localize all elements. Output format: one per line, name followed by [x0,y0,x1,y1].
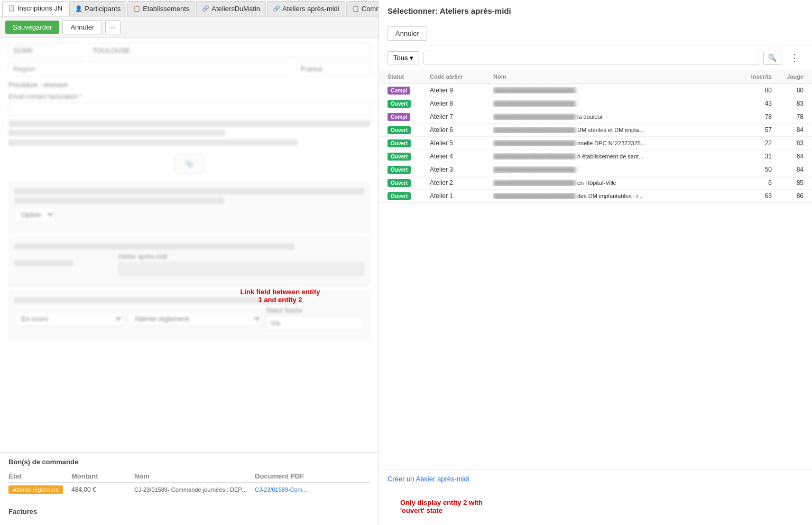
table-row[interactable]: Ouvert Atelier 8 ████████████████████ 43… [379,97,812,110]
attente-reglement-badge: Attente règlement [8,485,63,494]
modal-menu-button[interactable]: ⋮ [786,50,804,65]
tab-inscriptions-label: Inscriptions JN [17,4,62,12]
tab-ateliers-matin-label: AteliersDuMatin [211,5,260,13]
status-cell: Ouvert [387,179,430,186]
region-input[interactable] [8,62,291,76]
email-input[interactable] [8,102,370,116]
bons-commande-section: Bon(s) de commande État Montant Nom Docu… [0,452,379,502]
search-button[interactable]: 🔍 [763,51,781,65]
left-panel: 📋 Inscriptions JN 👤 Participants 📋 Etabl… [0,0,379,525]
nom-cell: ████████████████████ en Hôpital-Ville [493,180,735,186]
atelier-apres-midi-input[interactable] [118,262,364,276]
more-button[interactable]: ··· [105,20,121,34]
table-row[interactable]: Ouvert Atelier 6 ████████████████████ DM… [379,124,812,137]
status-cell: Ouvert [387,139,430,147]
tab-participants[interactable]: 👤 Participants [69,1,126,16]
status-badge: Ouvert [387,139,411,147]
section-atelier: Atelier après-midi [8,238,370,286]
status-cell: Ouvert [387,153,430,160]
table-row[interactable]: Ouvert Atelier 4 ████████████████████ n … [379,150,812,163]
email-label: Email contact facturation * [8,93,370,100]
jauge-cell: 84 [772,166,804,173]
dropdown-general[interactable]: Option [14,207,55,222]
table-row[interactable]: Compl Atelier 9 ████████████████████ 80 … [379,84,812,97]
form-toolbar: Sauvegarder Annuler ··· [0,17,379,38]
inscrits-cell: 57 [735,126,772,134]
code-cell: Atelier 5 [430,139,493,147]
tab-commandes[interactable]: 📋 Commandes [346,1,379,16]
tab-ateliers-apres[interactable]: 🔗 Ateliers après-midi [267,1,345,16]
save-button[interactable]: Sauvegarder [5,21,59,34]
col-statut: Statut [387,73,430,80]
montant-cell: 484,00 € [71,486,129,493]
attente-reglement-select[interactable]: Attente règlement [127,311,262,326]
statut-soiree-input[interactable] [266,316,364,330]
nom-cell: ████████████████████ n établissement de … [493,153,735,160]
code-cell: Atelier 1 [430,192,493,200]
table-row[interactable]: Attente règlement 484,00 € CJ-23/01589- … [8,483,370,496]
status-badge: Ouvert [387,166,411,174]
col-header-document: Document PDF [255,472,370,480]
cancel-button[interactable]: Annuler [62,20,102,34]
table-row[interactable]: Ouvert Atelier 5 ████████████████████ nn… [379,137,812,150]
code-cell: Atelier 4 [430,153,493,160]
table-row[interactable]: Compl Atelier 7 ████████████████████ la … [379,110,812,124]
country-input[interactable] [296,62,370,76]
bons-commande-title: Bon(s) de commande [8,458,370,466]
city-input[interactable] [88,43,370,58]
inscrits-cell: 78 [735,113,772,120]
inscrits-cell: 50 [735,166,772,173]
attachment-button[interactable]: 📎 [174,154,205,174]
modal-search-input[interactable] [423,51,759,65]
ateliers-matin-icon: 🔗 [202,5,209,12]
en-cours-select[interactable]: En cours [14,311,123,326]
create-atelier-link[interactable]: Créer un Atelier après-midi [379,469,812,488]
col-nom: Nom [493,73,735,80]
bons-commande-table-header: État Montant Nom Document PDF [8,470,370,483]
code-cell: Atelier 7 [430,113,493,120]
col-header-nom: Nom [134,472,250,480]
modal-table-body: Compl Atelier 9 ████████████████████ 80 … [379,84,812,469]
jauge-cell: 83 [772,100,804,107]
nom-cell: ████████████████████ nnelle DPC N°223723… [493,140,735,146]
form-area: Procédure : virement Email contact factu… [0,38,379,452]
status-cell: Ouvert [387,126,430,134]
postal-code-input[interactable] [8,43,82,58]
tab-ateliers-matin[interactable]: 🔗 AteliersDuMatin [196,1,266,16]
jauge-cell: 83 [772,139,804,147]
tab-ateliers-apres-label: Ateliers après-midi [282,5,339,13]
status-cell: Ouvert [387,100,430,107]
status-badge: Ouvert [387,100,411,108]
inscrits-cell: 31 [735,153,772,160]
modal-cancel-button[interactable]: Annuler [387,26,427,41]
atelier-label: Atelier après-midi [118,253,364,260]
inscrits-cell: 6 [735,179,772,186]
procedure-label: Procédure : virement [8,81,67,89]
status-badge: Ouvert [387,153,411,161]
tab-participants-label: Participants [85,5,121,13]
search-icon: 🔍 [768,54,777,62]
jauge-cell: 78 [772,113,804,120]
tab-etablissements[interactable]: 📋 Etablissements [127,1,195,16]
filter-tous-label: Tous [393,54,408,62]
table-row[interactable]: Ouvert Atelier 3 ████████████████████ 50… [379,163,812,176]
factures-section: Factures [0,502,379,525]
col-header-etat: État [8,472,66,480]
tab-commandes-label: Commandes [362,5,379,13]
nom-cell: ████████████████████ [493,100,735,107]
table-row[interactable]: Ouvert Atelier 1 ████████████████████ de… [379,190,812,203]
inscrits-cell: 80 [735,87,772,94]
ateliers-apres-icon: 🔗 [273,5,280,12]
tab-inscriptions[interactable]: 📋 Inscriptions JN [2,1,68,16]
status-cell: Compl [387,113,430,120]
table-row[interactable]: Ouvert Atelier 2 ████████████████████ en… [379,176,812,190]
status-cell: Ouvert [387,166,430,173]
jauge-cell: 85 [772,179,804,186]
modal-select-atelier: Sélectionner: Ateliers après-midi Annule… [379,0,812,525]
inscriptions-icon: 📋 [8,5,15,12]
filter-tous-button[interactable]: Tous ▾ [387,51,419,64]
right-panel: Sélectionner: Ateliers après-midi Annule… [379,0,812,525]
jauge-cell: 64 [772,153,804,160]
etablissements-icon: 📋 [133,5,141,12]
nom-cell: ████████████████████ [493,87,735,93]
